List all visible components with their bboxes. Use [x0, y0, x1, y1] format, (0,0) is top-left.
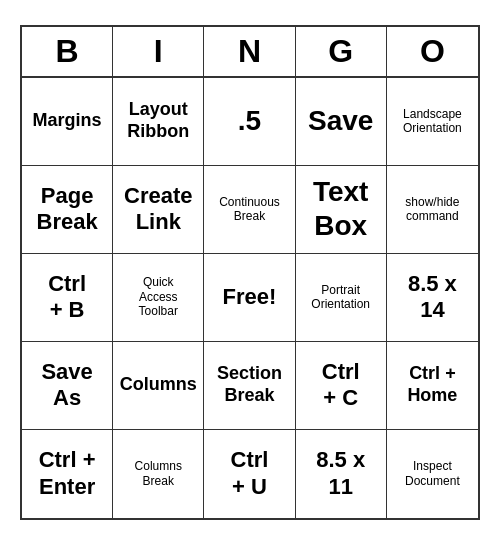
- header-letter-O: O: [387, 27, 478, 76]
- cell-text-15: Save As: [41, 359, 92, 412]
- bingo-cell-6: Create Link: [113, 166, 204, 254]
- bingo-grid: MarginsLayout Ribbon.5SaveLandscape Orie…: [22, 78, 478, 518]
- cell-text-17: Section Break: [217, 363, 282, 406]
- cell-text-24: Inspect Document: [405, 459, 460, 488]
- bingo-cell-2: .5: [204, 78, 295, 166]
- header-letter-B: B: [22, 27, 113, 76]
- cell-text-18: Ctrl + C: [322, 359, 360, 412]
- cell-text-3: Save: [308, 104, 373, 138]
- bingo-cell-19: Ctrl + Home: [387, 342, 478, 430]
- bingo-cell-24: Inspect Document: [387, 430, 478, 518]
- cell-text-0: Margins: [33, 110, 102, 132]
- bingo-cell-21: Columns Break: [113, 430, 204, 518]
- bingo-cell-17: Section Break: [204, 342, 295, 430]
- bingo-cell-23: 8.5 x 11: [296, 430, 387, 518]
- cell-text-21: Columns Break: [135, 459, 182, 488]
- bingo-cell-4: Landscape Orientation: [387, 78, 478, 166]
- cell-text-4: Landscape Orientation: [403, 107, 462, 136]
- cell-text-16: Columns: [120, 374, 197, 396]
- bingo-cell-20: Ctrl + Enter: [22, 430, 113, 518]
- bingo-cell-3: Save: [296, 78, 387, 166]
- bingo-cell-10: Ctrl + B: [22, 254, 113, 342]
- header-letter-N: N: [204, 27, 295, 76]
- header-letter-I: I: [113, 27, 204, 76]
- bingo-cell-7: Continuous Break: [204, 166, 295, 254]
- bingo-cell-12: Free!: [204, 254, 295, 342]
- cell-text-22: Ctrl + U: [231, 447, 269, 500]
- cell-text-7: Continuous Break: [219, 195, 280, 224]
- bingo-cell-15: Save As: [22, 342, 113, 430]
- bingo-cell-8: Text Box: [296, 166, 387, 254]
- bingo-cell-1: Layout Ribbon: [113, 78, 204, 166]
- cell-text-1: Layout Ribbon: [127, 99, 189, 142]
- bingo-cell-0: Margins: [22, 78, 113, 166]
- cell-text-19: Ctrl + Home: [407, 363, 457, 406]
- bingo-cell-5: Page Break: [22, 166, 113, 254]
- cell-text-5: Page Break: [37, 183, 98, 236]
- cell-text-8: Text Box: [313, 175, 369, 242]
- cell-text-14: 8.5 x 14: [408, 271, 457, 324]
- bingo-cell-16: Columns: [113, 342, 204, 430]
- cell-text-12: Free!: [223, 284, 277, 310]
- bingo-cell-13: Portrait Orientation: [296, 254, 387, 342]
- cell-text-10: Ctrl + B: [48, 271, 86, 324]
- bingo-cell-11: Quick Access Toolbar: [113, 254, 204, 342]
- cell-text-2: .5: [238, 104, 261, 138]
- bingo-cell-22: Ctrl + U: [204, 430, 295, 518]
- bingo-cell-9: show/hide command: [387, 166, 478, 254]
- cell-text-9: show/hide command: [405, 195, 459, 224]
- header-letter-G: G: [296, 27, 387, 76]
- bingo-cell-18: Ctrl + C: [296, 342, 387, 430]
- cell-text-20: Ctrl + Enter: [39, 447, 96, 500]
- bingo-card: BINGO MarginsLayout Ribbon.5SaveLandscap…: [20, 25, 480, 520]
- cell-text-23: 8.5 x 11: [316, 447, 365, 500]
- cell-text-6: Create Link: [124, 183, 192, 236]
- cell-text-13: Portrait Orientation: [311, 283, 370, 312]
- cell-text-11: Quick Access Toolbar: [139, 275, 178, 318]
- bingo-cell-14: 8.5 x 14: [387, 254, 478, 342]
- bingo-header: BINGO: [22, 27, 478, 78]
